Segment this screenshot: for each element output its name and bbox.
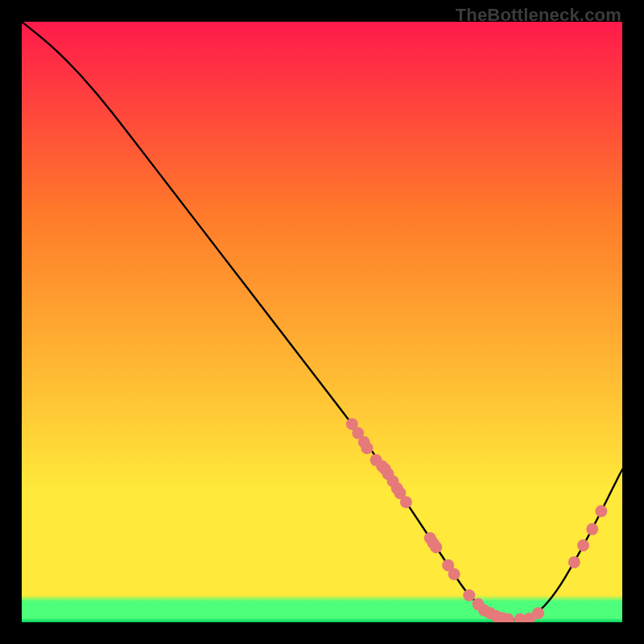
- watermark-text: TheBottleneck.com: [456, 5, 621, 26]
- data-point: [532, 607, 544, 619]
- chart-frame: [22, 22, 622, 622]
- data-point: [361, 442, 373, 454]
- data-point: [400, 496, 412, 508]
- data-point: [595, 505, 607, 517]
- bottleneck-chart: [22, 22, 622, 622]
- data-point: [448, 568, 460, 580]
- data-point: [577, 539, 589, 551]
- data-point: [586, 523, 598, 535]
- data-point: [463, 589, 475, 601]
- data-point: [430, 541, 442, 553]
- data-point: [568, 556, 580, 568]
